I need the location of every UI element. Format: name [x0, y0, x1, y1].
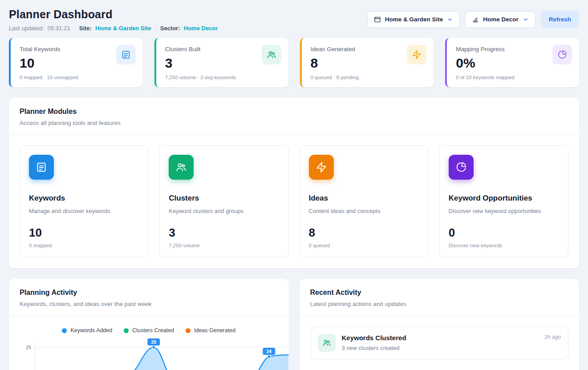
- module-value: 10: [29, 226, 139, 240]
- data-point-25: [152, 346, 155, 349]
- planner-dashboard-page: Planner Dashboard Last updated: 05:31:21…: [0, 0, 588, 370]
- bar-chart-icon: [472, 16, 479, 23]
- point-label-first: 25: [151, 339, 156, 345]
- site-link[interactable]: Home & Garden Site: [95, 25, 151, 32]
- stat-detail: 0 mapped · 10 unmapped: [20, 75, 134, 80]
- topbar: Planner Dashboard Last updated: 05:31:21…: [9, 8, 579, 32]
- panel-title: Recent Activity: [310, 289, 569, 297]
- header-meta: Last updated: 05:31:21 · Site: Home & Ga…: [9, 25, 218, 32]
- header-controls: Home & Garden Site Home Decor Refresh: [367, 11, 579, 28]
- legend-dot-blue: [62, 328, 67, 333]
- chevron-down-icon: [447, 16, 453, 23]
- site-selector-label: Home & Garden Site: [385, 16, 443, 23]
- module-value: 8: [309, 226, 419, 240]
- module-detail: Discover new keywords: [449, 243, 559, 248]
- module-description: Content ideas and concepts: [309, 208, 419, 214]
- module-value: 0: [449, 226, 559, 240]
- module-detail: 0 queued: [309, 243, 419, 248]
- stat-detail: 0 of 10 keywords mapped: [456, 75, 570, 80]
- module-detail: 0 mapped: [29, 243, 139, 248]
- panel-subtitle: Access all planning tools and features: [20, 120, 568, 126]
- stat-card-ideas-generated: Ideas Generated 8 0 queued · 8 pending: [300, 38, 434, 87]
- legend-item-ideas-generated[interactable]: Ideas Generated: [186, 327, 235, 334]
- users-icon: [262, 45, 281, 64]
- stat-card-mapping-progress: Mapping Progress 0% 0 of 10 keywords map…: [445, 38, 579, 87]
- header-block: Planner Dashboard Last updated: 05:31:21…: [9, 8, 218, 32]
- recent-activity-list: Keywords Clustered 3 new clusters create…: [300, 316, 580, 370]
- lightning-icon: [407, 45, 426, 64]
- sector-label: Sector:: [160, 25, 180, 32]
- stats-row: Total Keywords 10 0 mapped · 10 unmapped…: [9, 38, 579, 87]
- module-card-clusters[interactable]: Clusters Keyword clusters and groups 3 7…: [159, 145, 288, 257]
- recent-activity-item: Keywords Clustered 3 new clusters create…: [310, 326, 569, 359]
- planner-modules-header: Planner Modules Access all planning tool…: [9, 98, 579, 135]
- recent-item-timestamp: 2h ago: [544, 334, 561, 352]
- module-card-keyword-opportunities[interactable]: Keyword Opportunities Discover new keywo…: [439, 145, 568, 257]
- module-card-keywords[interactable]: Keywords Manage and discover keywords 10…: [20, 145, 149, 257]
- recent-activity-header: Recent Activity Latest planning actions …: [300, 279, 580, 316]
- sector-selector[interactable]: Home Decor: [465, 11, 535, 28]
- legend-item-clusters-created[interactable]: Clusters Created: [124, 327, 174, 334]
- sector-link[interactable]: Home Decor: [184, 25, 218, 32]
- recent-item-title: Keywords Clustered: [342, 334, 539, 342]
- legend-label: Keywords Added: [70, 327, 112, 334]
- refresh-button[interactable]: Refresh: [541, 11, 579, 28]
- planning-activity-panel: Planning Activity Keywords, clusters, an…: [9, 279, 289, 370]
- planner-modules-panel: Planner Modules Access all planning tool…: [9, 98, 579, 268]
- recent-item-description: 3 new clusters created: [342, 345, 539, 351]
- legend-dot-green: [124, 328, 129, 333]
- panel-subtitle: Latest planning actions and updates: [310, 301, 569, 307]
- stat-card-total-keywords: Total Keywords 10 0 mapped · 10 unmapped: [9, 38, 143, 87]
- document-icon: [29, 155, 54, 180]
- stat-detail: 7,250 volume · 3 avg keywords: [165, 75, 280, 80]
- chevron-down-icon: [523, 16, 529, 23]
- point-label-second: 24: [266, 349, 272, 354]
- users-icon: [169, 155, 194, 180]
- module-detail: 7,250 volume: [169, 243, 279, 248]
- last-updated-value: 05:31:21: [48, 25, 70, 32]
- module-description: Discover new keyword opportunities: [449, 208, 559, 214]
- panel-title: Planner Modules: [20, 108, 568, 116]
- site-icon: [374, 16, 381, 23]
- panel-title: Planning Activity: [20, 289, 278, 297]
- pie-chart-icon: [449, 155, 474, 180]
- module-value: 3: [169, 226, 279, 240]
- module-title: Keywords: [29, 194, 139, 203]
- legend-label: Clusters Created: [132, 327, 174, 334]
- module-description: Manage and discover keywords: [29, 208, 139, 214]
- site-label: Site:: [79, 25, 92, 32]
- planning-activity-header: Planning Activity Keywords, clusters, an…: [9, 279, 289, 316]
- module-description: Keyword clusters and groups: [169, 208, 279, 214]
- legend-dot-orange: [186, 328, 191, 333]
- bottom-row: Planning Activity Keywords, clusters, an…: [9, 279, 579, 370]
- modules-grid: Keywords Manage and discover keywords 10…: [9, 135, 579, 268]
- planning-activity-chart: 25 25 24: [9, 337, 289, 370]
- last-updated-label: Last updated:: [9, 25, 44, 32]
- stat-detail: 0 queued · 8 pending: [311, 75, 425, 80]
- site-selector[interactable]: Home & Garden Site: [367, 11, 460, 28]
- y-axis-tick: 25: [26, 345, 31, 350]
- recent-activity-panel: Recent Activity Latest planning actions …: [300, 279, 580, 370]
- lightning-icon: [309, 155, 334, 180]
- legend-label: Ideas Generated: [194, 327, 235, 334]
- sector-selector-label: Home Decor: [483, 16, 519, 23]
- stat-card-clusters-built: Clusters Built 3 7,250 volume · 3 avg ke…: [154, 38, 288, 87]
- meta-separator: ·: [73, 25, 75, 32]
- pie-chart-icon: [552, 45, 572, 64]
- area-chart-svg: 25 25 24: [9, 337, 289, 370]
- module-title: Keyword Opportunities: [449, 194, 559, 203]
- recent-item-body: Keywords Clustered 3 new clusters create…: [342, 334, 539, 352]
- panel-subtitle: Keywords, clusters, and ideas over the p…: [20, 301, 278, 307]
- legend-item-keywords-added[interactable]: Keywords Added: [62, 327, 112, 334]
- data-point-24: [268, 355, 271, 358]
- module-title: Ideas: [309, 194, 419, 203]
- module-title: Clusters: [169, 194, 279, 203]
- chart-legend: Keywords Added Clusters Created Ideas Ge…: [9, 327, 289, 334]
- document-icon: [116, 45, 136, 64]
- module-card-ideas[interactable]: Ideas Content ideas and concepts 8 0 que…: [300, 145, 429, 257]
- users-icon: [318, 334, 336, 352]
- meta-separator: ·: [155, 25, 157, 32]
- page-title: Planner Dashboard: [9, 8, 218, 21]
